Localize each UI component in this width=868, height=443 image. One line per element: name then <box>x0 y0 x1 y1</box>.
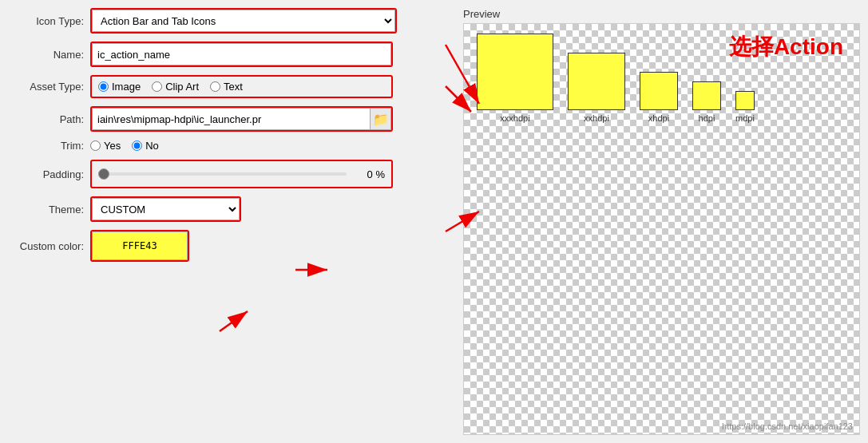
icon-label-mdpi: mdpi <box>735 113 755 123</box>
icon-box-mdpi <box>735 91 755 110</box>
asset-type-options: Image Clip Art Text <box>92 77 391 97</box>
trim-no-label[interactable]: No <box>132 140 159 152</box>
trim-label: Trim: <box>8 140 84 152</box>
asset-type-text-radio[interactable] <box>210 81 220 92</box>
trim-yes-radio[interactable] <box>90 140 101 151</box>
preview-label: Preview <box>463 8 500 20</box>
custom-color-label: Custom color: <box>8 240 84 252</box>
path-browse-button[interactable]: 📁 <box>370 109 390 129</box>
icon-xxxhdpi: xxxhdpi <box>477 34 553 123</box>
icon-label-xhdpi: xhdpi <box>648 113 669 123</box>
icon-label-xxhdpi: xxhdpi <box>584 113 609 123</box>
icon-hdpi: hdpi <box>692 81 721 123</box>
icon-box-xhdpi <box>640 72 678 110</box>
trim-options: Yes No <box>90 140 159 152</box>
name-input-wrapper <box>90 42 393 67</box>
path-input[interactable] <box>93 112 370 127</box>
icon-type-select[interactable]: Action Bar and Tab IconsLauncher IconsNo… <box>92 10 395 32</box>
theme-select-wrapper: CUSTOMHOLO_DARKHOLO_LIGHT <box>90 196 241 222</box>
icon-xhdpi: xhdpi <box>640 72 678 123</box>
trim-yes-text: Yes <box>104 140 121 152</box>
padding-inner: 0 % <box>92 161 391 187</box>
icon-mdpi: mdpi <box>735 91 755 123</box>
asset-type-row: Asset Type: Image Clip Art Text <box>8 75 455 98</box>
custom-color-wrapper: FFFE43 <box>90 230 189 262</box>
theme-row: Theme: CUSTOMHOLO_DARKHOLO_LIGHT <box>8 196 455 222</box>
name-label: Name: <box>8 49 84 61</box>
trim-row: Trim: Yes No <box>8 140 455 152</box>
icon-label-xxxhdpi: xxxhdpi <box>500 113 529 123</box>
asset-type-image-text: Image <box>112 81 141 93</box>
icon-type-select-wrapper: Action Bar and Tab IconsLauncher IconsNo… <box>90 8 397 34</box>
asset-type-text-text: Text <box>224 81 243 93</box>
padding-wrapper: 0 % <box>90 160 393 188</box>
path-label: Path: <box>8 113 84 125</box>
theme-label: Theme: <box>8 204 84 216</box>
asset-type-image-radio[interactable] <box>98 81 109 92</box>
padding-slider[interactable] <box>98 172 347 176</box>
right-panel: Preview 选择Action xxxhdpi xxhdpi xhdpi <box>463 8 860 435</box>
preview-label-row: Preview <box>463 8 860 20</box>
icon-box-xxhdpi <box>568 53 625 110</box>
padding-row: Padding: 0 % <box>8 160 455 188</box>
left-panel: Icon Type: Action Bar and Tab IconsLaunc… <box>8 8 455 435</box>
name-row: Name: <box>8 42 455 67</box>
trim-yes-label[interactable]: Yes <box>90 140 121 152</box>
custom-color-value: FFFE43 <box>122 240 157 251</box>
icon-box-hdpi <box>692 81 721 110</box>
asset-type-text-label[interactable]: Text <box>210 81 243 93</box>
custom-color-box[interactable]: FFFE43 <box>92 231 188 260</box>
path-row-inner: 📁 <box>92 108 391 130</box>
path-row: Path: 📁 <box>8 106 455 132</box>
watermark: https://blog.csdn.net/xiaopifan123 <box>722 421 853 431</box>
asset-type-label: Asset Type: <box>8 81 84 93</box>
name-input[interactable] <box>92 43 391 65</box>
padding-value: 0 % <box>353 168 385 180</box>
main-container: Icon Type: Action Bar and Tab IconsLaunc… <box>0 0 868 443</box>
asset-type-wrapper: Image Clip Art Text <box>90 75 393 98</box>
path-input-wrapper: 📁 <box>90 106 393 132</box>
icon-box-xxxhdpi <box>477 34 553 110</box>
icon-xxhdpi: xxhdpi <box>568 53 625 123</box>
asset-type-image-label[interactable]: Image <box>98 81 141 93</box>
trim-no-text: No <box>145 140 159 152</box>
select-action-text: 选择Action <box>729 32 843 62</box>
preview-area: 选择Action xxxhdpi xxhdpi xhdpi <box>463 23 860 435</box>
asset-type-clipart-label[interactable]: Clip Art <box>152 81 199 93</box>
icon-type-label: Icon Type: <box>8 15 84 27</box>
asset-type-clipart-text: Clip Art <box>165 81 199 93</box>
icon-label-hdpi: hdpi <box>699 113 715 123</box>
icon-type-row: Icon Type: Action Bar and Tab IconsLaunc… <box>8 8 455 34</box>
padding-label: Padding: <box>8 168 84 180</box>
theme-select[interactable]: CUSTOMHOLO_DARKHOLO_LIGHT <box>92 198 240 220</box>
custom-color-row: Custom color: FFFE43 <box>8 230 455 262</box>
asset-type-clipart-radio[interactable] <box>152 81 162 92</box>
trim-no-radio[interactable] <box>132 140 142 151</box>
